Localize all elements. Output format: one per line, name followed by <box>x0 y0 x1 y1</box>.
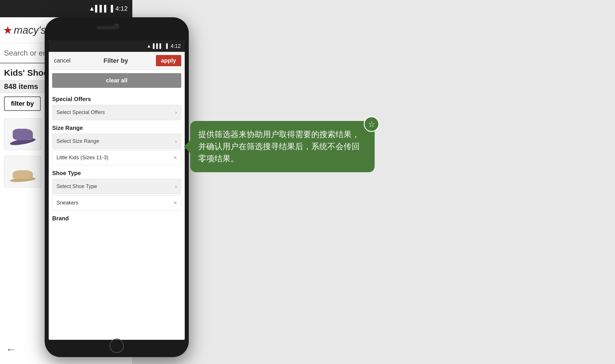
apply-button[interactable]: apply <box>156 55 181 66</box>
filter-title: Filter by <box>76 57 156 65</box>
macy-star-icon: ★ <box>3 24 13 37</box>
bg-status-bar: ▲ ▌▌▌ ▐ 4:12 <box>0 0 132 17</box>
shoe-type-section-title: Shoe Type <box>52 170 181 177</box>
back-button[interactable]: ← <box>6 343 16 355</box>
select-size-range-label: Select Size Range <box>56 138 99 144</box>
select-shoe-type-row[interactable]: Select Shoe Type › <box>52 179 181 194</box>
shoe-type-chevron-icon: › <box>175 183 177 190</box>
macy-text: macy's <box>14 24 46 36</box>
phone-screen: ▲ ▌▌▌ ▐ 4:12 cancel Filter by apply clea… <box>49 40 185 340</box>
cancel-button[interactable]: cancel <box>49 52 76 69</box>
size-range-chevron-icon: › <box>175 138 177 145</box>
phone-status-time: 4:12 <box>171 43 181 49</box>
filter-header: cancel Filter by apply <box>49 52 185 70</box>
filter-content: Special Offers Select Special Offers › S… <box>49 91 185 224</box>
phone-wifi-icon: ▲ <box>147 43 151 49</box>
size-range-value: Little Kids (Sizes 11-3) <box>56 155 108 161</box>
special-offers-section-title: Special Offers <box>52 96 181 103</box>
tooltip-bubble: 提供筛选器来协助用户取得需要的搜索结果，并确认用户在筛选搜寻结果后，系统不会传回… <box>190 121 375 172</box>
phone-battery-icon: ▐ <box>165 43 168 49</box>
shoe-type-selected-item: Sneakers × <box>52 195 181 211</box>
size-range-remove-icon[interactable]: × <box>173 154 177 161</box>
brand-section-title: Brand <box>52 215 181 222</box>
battery-icon: ▐ <box>109 5 113 12</box>
tooltip-text: 提供筛选器来协助用户取得需要的搜索结果，并确认用户在筛选搜寻结果后，系统不会传回… <box>198 128 367 165</box>
shoe-type-remove-icon[interactable]: × <box>173 200 177 206</box>
wifi-icon: ▲ <box>89 5 95 12</box>
product-item-1[interactable] <box>4 118 41 150</box>
phone-home-button[interactable] <box>110 339 124 353</box>
phone-status-bar: ▲ ▌▌▌ ▐ 4:12 <box>49 40 185 52</box>
size-range-section-title: Size Range <box>52 125 181 131</box>
product-image-1 <box>7 124 39 144</box>
size-range-selected-item: Little Kids (Sizes 11-3) × <box>52 150 181 165</box>
phone-device: ▲ ▌▌▌ ▐ 4:12 cancel Filter by apply clea… <box>45 17 189 357</box>
select-shoe-type-label: Select Shoe Type <box>56 183 97 189</box>
tooltip-star-icon: ☆ <box>364 116 379 132</box>
bg-status-time: 4:12 <box>115 5 128 12</box>
product-image-2 <box>7 162 39 182</box>
phone-speaker <box>97 26 117 29</box>
signal-icon: ▌▌▌ <box>95 5 109 12</box>
select-special-offers-label: Select Special Offers <box>56 109 105 115</box>
product-item-2[interactable] <box>4 156 41 187</box>
phone-signal-icon: ▌▌▌ <box>153 43 163 49</box>
special-offers-chevron-icon: › <box>175 109 177 116</box>
select-size-range-row[interactable]: Select Size Range › <box>52 134 181 149</box>
select-special-offers-row[interactable]: Select Special Offers › <box>52 105 181 120</box>
filter-by-button[interactable]: filter by <box>4 96 41 111</box>
clear-all-button[interactable]: clear all <box>52 73 181 88</box>
shoe-type-value: Sneakers <box>56 200 78 206</box>
